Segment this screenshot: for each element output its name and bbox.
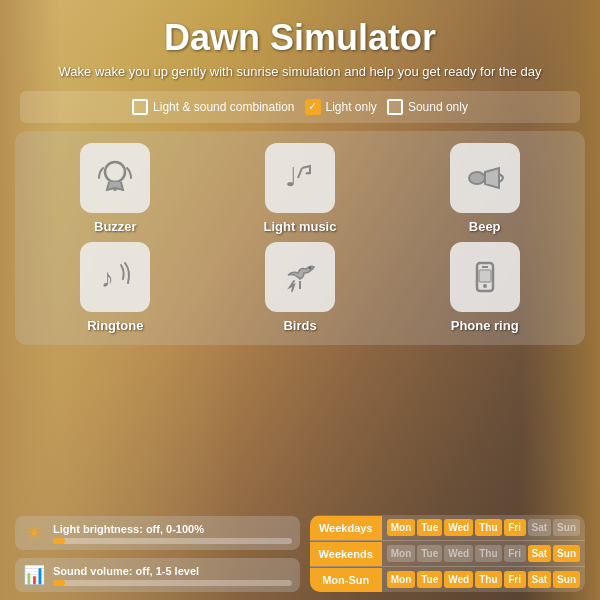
beep-icon-box[interactable] xyxy=(450,143,520,213)
ringtone-icon: ♪ xyxy=(95,257,135,297)
schedule-row-mon-sun: Mon-Sun Mon Tue Wed Thu Fri Sat Sun xyxy=(310,566,585,592)
birds-icon xyxy=(280,257,320,297)
ringtone-label: Ringtone xyxy=(87,318,143,333)
weekends-mon[interactable]: Mon xyxy=(387,545,416,562)
svg-point-1 xyxy=(113,187,117,191)
light-music-icon-box[interactable]: ♩ xyxy=(265,143,335,213)
radio-sound-only[interactable]: Sound only xyxy=(387,99,468,115)
mon-sun-wed[interactable]: Wed xyxy=(444,571,473,588)
radio-label-combo: Light & sound combination xyxy=(153,100,294,114)
sound-item-birds[interactable]: Birds xyxy=(212,242,389,333)
svg-point-8 xyxy=(483,284,487,288)
weekends-label: Weekends xyxy=(310,542,382,566)
weekends-sat[interactable]: Sat xyxy=(528,545,552,562)
app-subtitle: Wake wake you up gently with sunrise sim… xyxy=(20,63,580,81)
sound-item-ringtone[interactable]: ♪ Ringtone xyxy=(27,242,204,333)
weekends-sun[interactable]: Sun xyxy=(553,545,580,562)
sound-item-beep[interactable]: Beep xyxy=(396,143,573,234)
buzzer-icon xyxy=(95,158,135,198)
sound-item-light-music[interactable]: ♩ Light music xyxy=(212,143,389,234)
weekdays-label: Weekdays xyxy=(310,516,382,540)
mon-sun-label: Mon-Sun xyxy=(310,568,382,592)
light-music-label: Light music xyxy=(264,219,337,234)
weekdays-sat[interactable]: Sat xyxy=(528,519,552,536)
weekdays-tue[interactable]: Tue xyxy=(417,519,442,536)
mon-sun-sun[interactable]: Sun xyxy=(553,571,580,588)
weekends-fri[interactable]: Fri xyxy=(504,545,526,562)
beep-icon xyxy=(465,158,505,198)
mon-sun-mon[interactable]: Mon xyxy=(387,571,416,588)
radio-box-combo[interactable] xyxy=(132,99,148,115)
app-title: Dawn Simulator xyxy=(20,18,580,58)
ringtone-icon-box[interactable]: ♪ xyxy=(80,242,150,312)
volume-track[interactable] xyxy=(53,580,292,586)
svg-text:♪: ♪ xyxy=(101,263,114,293)
brightness-track[interactable] xyxy=(53,538,292,544)
weekdays-days: Mon Tue Wed Thu Fri Sat Sun xyxy=(382,515,585,540)
brightness-label: Light brightness: off, 0-100% xyxy=(53,523,292,535)
bottom-section: ☀ Light brightness: off, 0-100% 📊 Sound … xyxy=(15,353,585,600)
buzzer-label: Buzzer xyxy=(94,219,137,234)
weekdays-sun[interactable]: Sun xyxy=(553,519,580,536)
phone-ring-icon xyxy=(465,257,505,297)
volume-label: Sound volume: off, 1-5 level xyxy=(53,565,292,577)
brightness-fill xyxy=(53,538,65,544)
birds-icon-box[interactable] xyxy=(265,242,335,312)
radio-options-bar: Light & sound combination ✓ Light only S… xyxy=(20,91,580,123)
sliders-panel: ☀ Light brightness: off, 0-100% 📊 Sound … xyxy=(15,516,300,592)
sound-item-phone-ring[interactable]: Phone ring xyxy=(396,242,573,333)
volume-info: Sound volume: off, 1-5 level xyxy=(53,565,292,586)
buzzer-icon-box[interactable] xyxy=(80,143,150,213)
phone-ring-icon-box[interactable] xyxy=(450,242,520,312)
weekdays-wed[interactable]: Wed xyxy=(444,519,473,536)
weekdays-fri[interactable]: Fri xyxy=(504,519,526,536)
sound-grid: Buzzer ♩ Light music xyxy=(27,143,573,333)
birds-label: Birds xyxy=(283,318,316,333)
weekends-tue[interactable]: Tue xyxy=(417,545,442,562)
weekdays-thu[interactable]: Thu xyxy=(475,519,501,536)
light-music-icon: ♩ xyxy=(280,158,320,198)
radio-box-light-only[interactable]: ✓ xyxy=(305,99,321,115)
brightness-info: Light brightness: off, 0-100% xyxy=(53,523,292,544)
mon-sun-thu[interactable]: Thu xyxy=(475,571,501,588)
volume-slider-row: 📊 Sound volume: off, 1-5 level xyxy=(15,558,300,592)
brightness-icon: ☀ xyxy=(23,522,45,544)
header: Dawn Simulator Wake wake you up gently w… xyxy=(0,0,600,91)
weekends-wed[interactable]: Wed xyxy=(444,545,473,562)
schedule-row-weekdays: Weekdays Mon Tue Wed Thu Fri Sat Sun xyxy=(310,515,585,540)
svg-point-5 xyxy=(308,266,311,269)
weekends-thu[interactable]: Thu xyxy=(475,545,501,562)
radio-box-sound-only[interactable] xyxy=(387,99,403,115)
radio-light-only[interactable]: ✓ Light only xyxy=(305,99,377,115)
mon-sun-sat[interactable]: Sat xyxy=(528,571,552,588)
mon-sun-tue[interactable]: Tue xyxy=(417,571,442,588)
weekends-days: Mon Tue Wed Thu Fri Sat Sun xyxy=(382,541,585,566)
radio-label-light-only: Light only xyxy=(326,100,377,114)
svg-rect-9 xyxy=(479,270,491,282)
volume-icon: 📊 xyxy=(23,564,45,586)
sound-panel: Buzzer ♩ Light music xyxy=(15,131,585,345)
sound-item-buzzer[interactable]: Buzzer xyxy=(27,143,204,234)
weekdays-mon[interactable]: Mon xyxy=(387,519,416,536)
schedule-row-weekends: Weekends Mon Tue Wed Thu Fri Sat Sun xyxy=(310,540,585,566)
volume-fill xyxy=(53,580,65,586)
radio-label-sound-only: Sound only xyxy=(408,100,468,114)
mon-sun-days: Mon Tue Wed Thu Fri Sat Sun xyxy=(382,567,585,592)
svg-text:♩: ♩ xyxy=(285,162,297,192)
svg-point-3 xyxy=(469,172,485,184)
mon-sun-fri[interactable]: Fri xyxy=(504,571,526,588)
schedule-panel: Weekdays Mon Tue Wed Thu Fri Sat Sun Wee… xyxy=(310,515,585,592)
brightness-slider-row: ☀ Light brightness: off, 0-100% xyxy=(15,516,300,550)
beep-label: Beep xyxy=(469,219,501,234)
svg-point-0 xyxy=(105,162,125,182)
radio-light-sound-combo[interactable]: Light & sound combination xyxy=(132,99,294,115)
phone-ring-label: Phone ring xyxy=(451,318,519,333)
